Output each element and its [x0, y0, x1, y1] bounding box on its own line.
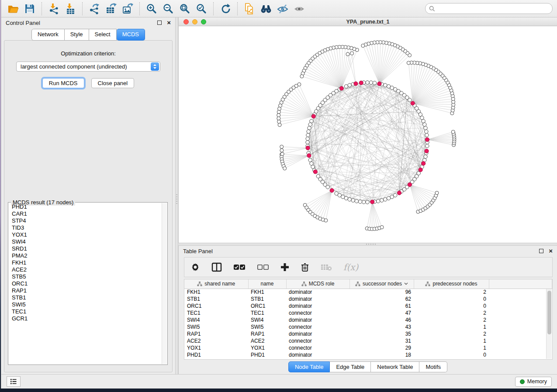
tab-edge-table[interactable]: Edge Table [330, 361, 371, 372]
cell-MCDS-role[interactable]: dominator [286, 330, 349, 337]
zoom-out-icon[interactable] [161, 2, 176, 16]
cell-MCDS-role[interactable]: connector [286, 309, 349, 316]
mcds-result-item[interactable]: TEC1 [9, 308, 161, 315]
column-header-successor-nodes[interactable]: successor nodes [349, 279, 414, 289]
save-session-icon[interactable] [22, 2, 37, 16]
mcds-result-item[interactable]: STB5 [9, 273, 161, 280]
float-panel-icon[interactable] [539, 249, 543, 253]
table-row[interactable]: RAP1RAP1dominator352 [184, 330, 552, 337]
cell-predecessor-nodes[interactable]: 2 [414, 330, 489, 337]
cell-name[interactable]: FKH1 [248, 289, 286, 296]
network-window-titlebar[interactable]: YPA_prune.txt_1 [179, 17, 557, 26]
export-image-icon[interactable] [120, 2, 135, 16]
zoom-in-icon[interactable] [144, 2, 159, 16]
cell-predecessor-nodes[interactable]: 0 [414, 351, 489, 358]
tab-node-table[interactable]: Node Table [288, 361, 330, 372]
cell-name[interactable]: SWI4 [248, 316, 286, 323]
cell-MCDS-role[interactable]: dominator [286, 303, 349, 309]
table-scrollbar[interactable] [546, 289, 552, 359]
cell-predecessor-nodes[interactable]: 2 [414, 316, 489, 323]
network-clone-icon[interactable] [242, 2, 257, 16]
mcds-result-item[interactable]: ACE2 [9, 266, 161, 273]
cell-successor-nodes[interactable]: 62 [349, 296, 414, 303]
cell-shared-name[interactable]: FKH1 [184, 289, 248, 296]
cell-successor-nodes[interactable]: 43 [349, 323, 414, 330]
tab-network[interactable]: Network [31, 29, 65, 41]
refresh-icon[interactable] [218, 2, 233, 16]
export-network-icon[interactable] [87, 2, 102, 16]
cell-name[interactable]: ORC1 [248, 303, 286, 309]
cell-successor-nodes[interactable]: 46 [349, 316, 414, 323]
close-panel-icon[interactable]: × [167, 21, 171, 25]
table-row[interactable]: PHD1PHD1dominator180 [184, 351, 552, 358]
search-box[interactable] [425, 3, 553, 14]
task-history-button[interactable] [7, 376, 21, 387]
open-file-icon[interactable] [6, 2, 21, 16]
table-row[interactable]: STB1STB1dominator620 [184, 296, 552, 303]
cell-shared-name[interactable]: PHD1 [184, 351, 248, 358]
mcds-result-item[interactable]: RAP1 [9, 287, 161, 294]
cell-shared-name[interactable]: RAP1 [184, 330, 248, 337]
tab-select[interactable]: Select [89, 29, 117, 41]
cell-MCDS-role[interactable]: dominator [286, 351, 349, 358]
table-row[interactable]: ACE2ACE2connector311 [184, 337, 552, 344]
mcds-result-list[interactable]: PHD1CAR1STP4TID3YOX1SWI4SRD1PMA2FKH1ACE2… [9, 203, 161, 364]
table-row[interactable]: TEC1TEC1connector472 [184, 309, 552, 316]
mcds-result-item[interactable]: FKH1 [9, 259, 161, 266]
select-all-icon[interactable] [233, 264, 246, 270]
import-network-icon[interactable] [46, 2, 61, 16]
hide-details-icon[interactable] [275, 2, 290, 16]
cell-name[interactable]: SWI5 [248, 323, 286, 330]
mcds-result-item[interactable]: PHD1 [9, 203, 161, 210]
cell-successor-nodes[interactable]: 96 [349, 289, 414, 296]
cell-name[interactable]: PHD1 [248, 351, 286, 358]
mcds-result-item[interactable]: STP4 [9, 217, 161, 224]
cell-shared-name[interactable]: TEC1 [184, 309, 248, 316]
mcds-result-item[interactable]: PMA2 [9, 252, 161, 259]
cell-successor-nodes[interactable]: 29 [349, 344, 414, 351]
cell-successor-nodes[interactable]: 35 [349, 330, 414, 337]
mcds-result-item[interactable]: ORC1 [9, 280, 161, 287]
table-row[interactable]: SWI4SWI4dominator462 [184, 316, 552, 323]
mcds-result-item[interactable]: SWI5 [9, 301, 161, 308]
mcds-result-item[interactable]: GCR1 [9, 315, 161, 322]
memory-button[interactable]: Memory [515, 377, 552, 387]
cell-MCDS-role[interactable]: dominator [286, 289, 349, 296]
search-network-icon[interactable] [259, 2, 273, 16]
close-panel-icon[interactable]: × [549, 249, 553, 253]
cell-predecessor-nodes[interactable]: 0 [414, 296, 489, 303]
table-scrollbar-thumb[interactable] [547, 291, 551, 334]
show-column-icon[interactable] [211, 262, 222, 272]
cell-MCDS-role[interactable]: dominator [286, 296, 349, 303]
table-row[interactable]: FKH1FKH1dominator962 [184, 289, 552, 296]
optimization-criterion-select[interactable]: largest connected component (undirected) [16, 62, 160, 72]
horizontal-splitter[interactable] [178, 243, 557, 246]
add-row-icon[interactable] [280, 263, 289, 272]
column-header-MCDS-role[interactable]: MCDS role [286, 279, 349, 289]
cell-predecessor-nodes[interactable]: 1 [414, 337, 489, 344]
tab-network-table[interactable]: Network Table [371, 361, 419, 372]
cell-shared-name[interactable]: SWI4 [184, 316, 248, 323]
float-panel-icon[interactable] [157, 21, 162, 25]
cell-shared-name[interactable]: ACE2 [184, 337, 248, 344]
cell-name[interactable]: ACE2 [248, 337, 286, 344]
cell-successor-nodes[interactable]: 18 [349, 351, 414, 358]
column-header-predecessor-nodes[interactable]: predecessor nodes [414, 279, 489, 289]
mcds-result-item[interactable]: SRD1 [9, 245, 161, 252]
cell-successor-nodes[interactable]: 31 [349, 337, 414, 344]
deselect-all-icon[interactable] [257, 264, 269, 270]
mcds-result-item[interactable]: STB1 [9, 294, 161, 301]
tab-mcds[interactable]: MCDS [117, 29, 145, 41]
delete-row-icon[interactable] [301, 262, 309, 272]
cell-name[interactable]: STB1 [248, 296, 286, 303]
search-input[interactable] [437, 6, 549, 12]
mcds-result-item[interactable]: YOX1 [9, 231, 161, 238]
zoom-selected-icon[interactable] [194, 2, 209, 16]
cell-MCDS-role[interactable]: dominator [286, 316, 349, 323]
show-details-icon[interactable] [292, 2, 307, 16]
tab-style[interactable]: Style [65, 29, 89, 41]
table-row[interactable]: YOX1YOX1connector291 [184, 344, 552, 351]
cell-name[interactable]: RAP1 [248, 330, 286, 337]
zoom-fit-icon[interactable] [177, 2, 192, 16]
mcds-result-item[interactable]: SWI4 [9, 238, 161, 245]
